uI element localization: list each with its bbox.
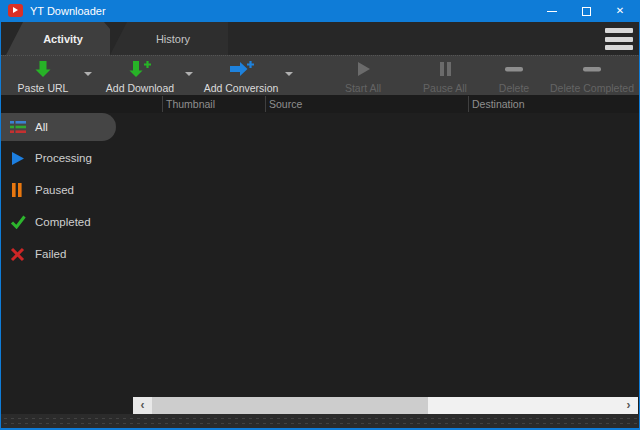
- blue-right-arrow-plus-icon: [228, 60, 254, 82]
- tab-bar: Activity History: [0, 22, 640, 55]
- close-icon: ✕: [616, 0, 624, 22]
- sidebar-item-processing[interactable]: Processing: [0, 146, 116, 170]
- title-bar: YT Downloader ✕: [0, 0, 640, 22]
- delete-minus-icon: [503, 60, 525, 82]
- window-title: YT Downloader: [30, 0, 106, 22]
- scroll-left-icon: ‹: [141, 398, 145, 412]
- tab-activity[interactable]: Activity: [6, 22, 110, 55]
- app-window: YT Downloader ✕ Activity History Paste U…: [0, 0, 640, 430]
- delete-completed-label: Delete Completed: [550, 82, 634, 94]
- add-download-label: Add Download: [106, 82, 174, 94]
- paste-url-dropdown-icon[interactable]: [84, 72, 92, 76]
- sidebar-item-all[interactable]: All: [0, 113, 116, 141]
- paste-url-button[interactable]: Paste URL: [6, 58, 80, 94]
- minimize-icon: [547, 11, 557, 12]
- toolbar: Paste URL Add Download Add Conversion St…: [0, 55, 640, 95]
- green-down-arrow-plus-icon: [127, 60, 153, 82]
- delete-completed-button[interactable]: Delete Completed: [550, 58, 634, 94]
- paste-url-label: Paste URL: [18, 82, 69, 94]
- maximize-button[interactable]: [569, 0, 603, 22]
- sidebar-item-paused-label: Paused: [35, 184, 74, 196]
- app-icon: [8, 4, 23, 17]
- status-strip: [0, 414, 640, 428]
- sidebar-item-processing-label: Processing: [35, 152, 92, 164]
- sidebar-item-completed-label: Completed: [35, 216, 91, 228]
- add-conversion-button[interactable]: Add Conversion: [200, 58, 282, 94]
- menu-icon[interactable]: [605, 28, 633, 50]
- start-all-button[interactable]: Start All: [330, 58, 396, 94]
- tab-history[interactable]: History: [110, 22, 228, 55]
- add-download-button[interactable]: Add Download: [100, 58, 180, 94]
- paused-pause-icon: [10, 182, 26, 198]
- tab-history-label: History: [156, 33, 190, 45]
- green-down-arrow-icon: [32, 60, 54, 82]
- delete-label: Delete: [499, 82, 529, 94]
- play-all-icon: [353, 60, 373, 82]
- add-download-dropdown-icon[interactable]: [185, 72, 193, 76]
- delete-completed-minus-icon: [581, 60, 603, 82]
- failed-x-icon: [10, 246, 26, 262]
- column-destination: Destination: [472, 95, 525, 113]
- scrollbar-thumb[interactable]: [152, 397, 428, 414]
- scroll-right-button[interactable]: ›: [619, 397, 638, 414]
- pause-all-icon: [437, 60, 453, 82]
- pause-all-button[interactable]: Pause All: [412, 58, 478, 94]
- column-thumbnail: Thumbnail: [166, 95, 215, 113]
- sidebar-item-failed[interactable]: Failed: [0, 242, 116, 266]
- pause-all-label: Pause All: [423, 82, 467, 94]
- processing-play-icon: [10, 150, 26, 166]
- sidebar-item-all-label: All: [35, 121, 48, 133]
- tab-activity-label: Activity: [43, 33, 83, 45]
- scroll-left-button[interactable]: ‹: [133, 397, 152, 414]
- completed-check-icon: [10, 214, 26, 230]
- maximize-icon: [582, 7, 591, 16]
- close-button[interactable]: ✕: [603, 0, 637, 22]
- start-all-label: Start All: [345, 82, 381, 94]
- sidebar-item-completed[interactable]: Completed: [0, 210, 116, 234]
- column-source: Source: [269, 95, 302, 113]
- scroll-right-icon: ›: [627, 398, 631, 412]
- sidebar-item-failed-label: Failed: [35, 248, 66, 260]
- sidebar-item-paused[interactable]: Paused: [0, 178, 116, 202]
- delete-button[interactable]: Delete: [482, 58, 546, 94]
- list-all-icon: [10, 119, 26, 135]
- add-conversion-label: Add Conversion: [204, 82, 279, 94]
- minimize-button[interactable]: [535, 0, 569, 22]
- window-controls: ✕: [535, 0, 637, 22]
- horizontal-scrollbar[interactable]: ‹ ›: [133, 397, 638, 414]
- add-conversion-dropdown-icon[interactable]: [285, 72, 293, 76]
- table-header: Thumbnail Source Destination: [0, 95, 640, 113]
